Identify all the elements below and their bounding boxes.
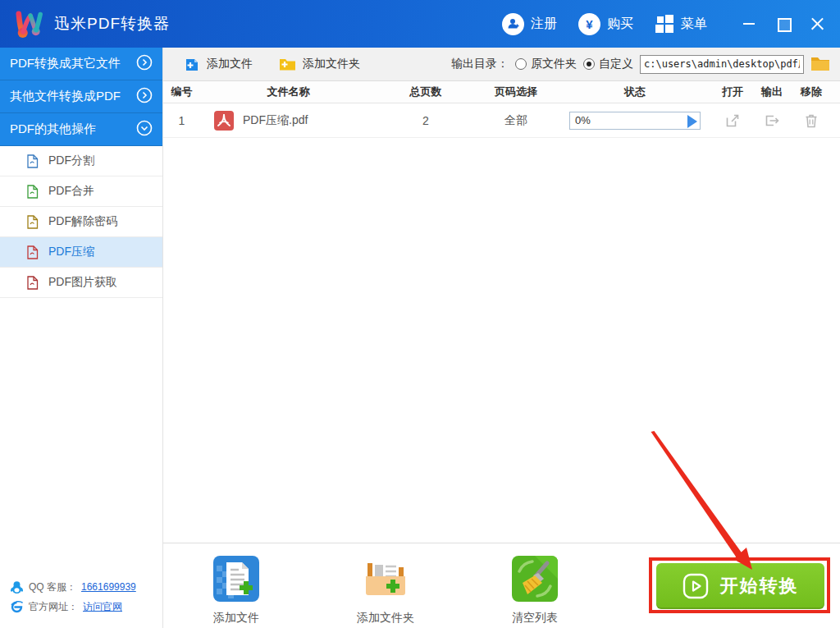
start-convert-button[interactable]: 开始转换: [656, 563, 824, 609]
add-folder-icon: [362, 555, 409, 603]
browse-folder-icon[interactable]: [810, 55, 830, 74]
minimize-icon[interactable]: [742, 16, 756, 31]
bottom-clear-list-button[interactable]: 清空列表: [490, 555, 580, 626]
page-select-value[interactable]: 全部: [475, 113, 557, 128]
sidebar-item-pdf-extract-images[interactable]: PDF图片获取: [0, 268, 162, 298]
col-header-open: 打开: [713, 85, 752, 99]
qq-service-label: QQ 客服：: [29, 580, 76, 594]
qq-icon: [10, 580, 24, 594]
progress-play-icon: [687, 115, 697, 128]
bottom-add-file-button[interactable]: 添加文件: [191, 555, 281, 626]
main-area: 添加文件 添加文件夹 输出目录： 原文件夹 自定义: [163, 48, 840, 628]
open-external-icon[interactable]: [724, 112, 741, 129]
sidebar-item-pdf-remove-password[interactable]: PDF解除密码: [0, 207, 162, 237]
col-header-output: 输出: [752, 85, 792, 99]
add-file-icon: [212, 555, 260, 603]
file-pages: 2: [377, 114, 475, 127]
radio-custom-label: 自定义: [599, 57, 633, 71]
sidebar-item-label: PDF分割: [48, 154, 94, 168]
output-icon[interactable]: [764, 112, 780, 129]
output-path-input[interactable]: [640, 55, 804, 74]
bottom-add-folder-button[interactable]: 添加文件夹: [340, 555, 431, 626]
start-convert-label: 开始转换: [720, 574, 799, 598]
buy-label: 购买: [607, 16, 633, 33]
add-folder-icon: [279, 57, 296, 71]
toolbar: 添加文件 添加文件夹 输出目录： 原文件夹 自定义: [163, 48, 840, 81]
progress-percent: 0%: [575, 114, 591, 126]
sidebar-footer: QQ 客服： 1661699939 官方网址： 访问官网: [10, 577, 136, 617]
section-label: PDF的其他操作: [10, 121, 96, 137]
add-file-button[interactable]: 添加文件: [185, 57, 253, 72]
pdf-doc-icon: [26, 276, 39, 290]
sidebar-item-label: PDF图片获取: [48, 275, 117, 290]
play-icon: [682, 573, 709, 599]
add-file-label: 添加文件: [207, 57, 253, 71]
sidebar-item-pdf-merge[interactable]: PDF合并: [0, 176, 162, 207]
adobe-pdf-icon: [213, 110, 235, 131]
file-list-empty-area: [163, 138, 840, 543]
sidebar-item-label: PDF合并: [48, 184, 94, 199]
register-label: 注册: [531, 16, 557, 33]
pdf-doc-icon: [26, 245, 39, 259]
sidebar-item-pdf-split[interactable]: PDF分割: [0, 146, 162, 176]
bottom-panel: 添加文件 添加文件夹 清空列: [163, 543, 840, 628]
pdf-doc-icon: [26, 154, 39, 168]
sidebar-section-other-to-pdf[interactable]: 其他文件转换成PDF: [0, 80, 162, 113]
bottom-add-file-label: 添加文件: [191, 611, 281, 626]
app-title: 迅米PDF转换器: [54, 13, 170, 34]
chevron-circle-right-icon: [136, 54, 153, 73]
col-header-pages: 总页数: [377, 85, 475, 99]
user-plus-icon: [502, 13, 524, 35]
grid-menu-icon: [655, 14, 674, 34]
titlebar: 迅米PDF转换器 注册 ¥ 购买 菜单: [0, 0, 840, 48]
pdf-doc-icon: [26, 185, 39, 199]
menu-button[interactable]: 菜单: [655, 14, 707, 34]
bottom-add-folder-label: 添加文件夹: [340, 611, 431, 626]
add-folder-button[interactable]: 添加文件夹: [279, 57, 360, 71]
add-file-icon: [185, 57, 200, 72]
official-site-link[interactable]: 访问官网: [83, 600, 122, 614]
output-dir-label: 输出目录：: [451, 57, 509, 71]
radio-circle-icon: [515, 58, 527, 70]
menu-label: 菜单: [681, 16, 707, 33]
sidebar-item-label: PDF解除密码: [48, 214, 117, 229]
radio-original-folder[interactable]: 原文件夹: [515, 57, 577, 71]
trash-icon[interactable]: [803, 112, 819, 129]
chevron-circle-down-icon: [136, 120, 153, 139]
row-number: 1: [163, 114, 200, 127]
file-name: PDF压缩.pdf: [243, 113, 308, 128]
radio-custom-folder[interactable]: 自定义: [583, 57, 633, 71]
sidebar-section-pdf-other-ops[interactable]: PDF的其他操作: [0, 113, 162, 146]
sidebar: PDF转换成其它文件 其他文件转换成PDF PDF的其他操作 PDF分割 PDF…: [0, 48, 163, 628]
ie-icon: [10, 600, 24, 614]
register-button[interactable]: 注册: [502, 13, 557, 35]
official-site-label: 官方网址：: [29, 600, 78, 614]
sidebar-section-pdf-to-other[interactable]: PDF转换成其它文件: [0, 48, 162, 80]
col-header-status: 状态: [557, 85, 713, 99]
maximize-icon[interactable]: [776, 16, 791, 31]
close-icon[interactable]: [810, 16, 825, 31]
sidebar-item-label: PDF压缩: [48, 245, 94, 259]
col-header-name: 文件名称: [200, 85, 377, 99]
section-label: PDF转换成其它文件: [10, 56, 121, 71]
radio-circle-icon: [583, 58, 595, 70]
progress-bar: 0%: [569, 112, 701, 130]
buy-button[interactable]: ¥ 购买: [578, 13, 633, 35]
radio-original-label: 原文件夹: [531, 57, 577, 71]
add-folder-label: 添加文件夹: [303, 57, 360, 71]
yen-icon: ¥: [578, 13, 600, 35]
app-logo-icon: [11, 6, 48, 42]
col-header-no: 编号: [163, 85, 200, 99]
col-header-page-select: 页码选择: [475, 85, 557, 99]
clear-list-icon: [511, 555, 559, 603]
section-label: 其他文件转换成PDF: [10, 89, 121, 104]
pdf-doc-icon: [26, 215, 39, 229]
chevron-circle-right-icon: [136, 87, 153, 106]
table-row: 1 PDF压缩.pdf 2 全部 0%: [163, 103, 840, 138]
qq-number-link[interactable]: 1661699939: [81, 581, 136, 593]
bottom-clear-list-label: 清空列表: [490, 611, 580, 626]
col-header-remove: 移除: [792, 85, 831, 99]
sidebar-item-pdf-compress[interactable]: PDF压缩: [0, 237, 162, 268]
table-header: 编号 文件名称 总页数 页码选择 状态 打开 输出 移除: [163, 81, 840, 103]
